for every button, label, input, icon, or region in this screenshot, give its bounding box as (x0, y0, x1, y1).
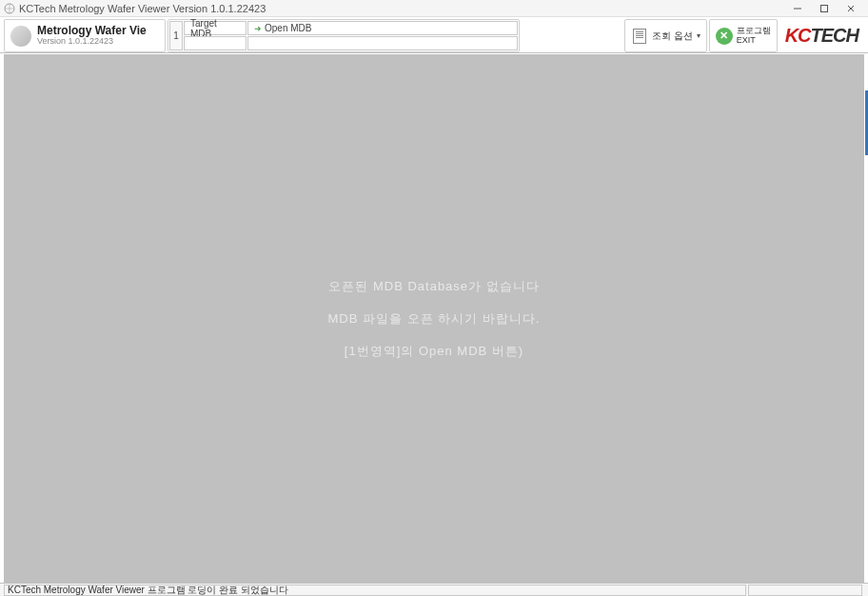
mdb-panel: 1 Target MDB ➜ Open MDB (168, 19, 520, 52)
target-mdb-label: Target MDB (184, 21, 247, 35)
document-icon (631, 28, 648, 45)
kctech-logo: KCTECH (779, 19, 864, 52)
exit-label-2: EXIT (737, 36, 771, 46)
exit-button[interactable]: ✕ 프로그램 EXIT (709, 19, 778, 52)
minimize-button[interactable] (784, 1, 811, 16)
target-mdb-path (184, 36, 247, 50)
message-line-3: [1번영역]의 Open MDB 버튼) (345, 343, 523, 360)
chevron-down-icon: ▾ (697, 31, 700, 40)
open-mdb-label: Open MDB (265, 23, 311, 33)
message-line-1: 오픈된 MDB Database가 없습니다 (328, 278, 539, 295)
exit-icon: ✕ (716, 28, 733, 45)
mdb-region-number: 1 (169, 21, 183, 50)
close-button[interactable] (838, 1, 864, 16)
window-title: KCTech Metrology Wafer Viewer Version 1.… (19, 3, 784, 14)
logo-tech: TECH (811, 25, 858, 47)
app-info-panel: Metrology Wafer Vie Version 1.0.1.22423 (4, 19, 166, 52)
status-text: KCTech Metrology Wafer Viewer 프로그램 로딩이 완… (4, 585, 746, 596)
status-bar: KCTech Metrology Wafer Viewer 프로그램 로딩이 완… (0, 583, 868, 596)
message-line-2: MDB 파일을 오픈 하시기 바랍니다. (328, 310, 541, 328)
content-area: 오픈된 MDB Database가 없습니다 MDB 파일을 오픈 하시기 바랍… (4, 54, 864, 583)
open-mdb-button[interactable]: ➜ Open MDB (247, 21, 518, 35)
app-icon (4, 3, 15, 14)
app-version: Version 1.0.1.22423 (37, 37, 147, 47)
open-arrow-icon: ➜ (254, 24, 262, 33)
maximize-button[interactable] (811, 1, 838, 16)
svg-rect-2 (821, 5, 828, 11)
window-controls (784, 1, 864, 16)
view-options-label: 조회 옵션 (652, 30, 693, 43)
status-cell-2 (748, 585, 862, 596)
view-options-button[interactable]: 조회 옵션 ▾ (624, 19, 707, 52)
logo-kc: KC (785, 25, 811, 47)
globe-icon (10, 26, 31, 47)
open-mdb-path (247, 36, 518, 50)
title-bar: KCTech Metrology Wafer Viewer Version 1.… (0, 0, 868, 17)
toolbar: Metrology Wafer Vie Version 1.0.1.22423 … (0, 17, 868, 53)
